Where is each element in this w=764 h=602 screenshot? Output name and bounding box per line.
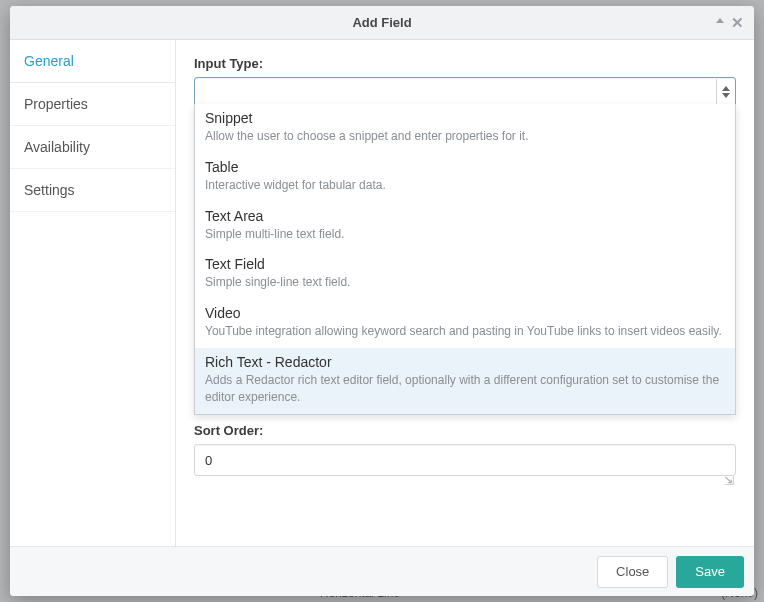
option-desc: Adds a Redactor rich text editor field, … xyxy=(205,372,725,406)
option-rich-text-redactor[interactable]: Rich Text - Redactor Adds a Redactor ric… xyxy=(195,348,735,414)
sidebar-item-label: Settings xyxy=(24,182,75,198)
option-snippet[interactable]: Snippet Allow the user to choose a snipp… xyxy=(195,104,735,153)
collapse-icon[interactable] xyxy=(714,14,726,30)
modal-header: Add Field ✕ xyxy=(10,6,754,40)
option-text-area[interactable]: Text Area Simple multi-line text field. xyxy=(195,202,735,251)
sidebar-item-general[interactable]: General xyxy=(10,40,175,83)
option-title: Snippet xyxy=(205,110,725,126)
modal-body: General Properties Availability Settings… xyxy=(10,40,754,546)
sidebar: General Properties Availability Settings xyxy=(10,40,176,546)
input-type-select[interactable] xyxy=(194,77,736,107)
option-video[interactable]: Video YouTube integration allowing keywo… xyxy=(195,299,735,348)
option-text-field[interactable]: Text Field Simple single-line text field… xyxy=(195,250,735,299)
option-title: Table xyxy=(205,159,725,175)
sort-order-block: Sort Order: xyxy=(194,423,736,476)
option-table[interactable]: Table Interactive widget for tabular dat… xyxy=(195,153,735,202)
option-title: Video xyxy=(205,305,725,321)
save-button[interactable]: Save xyxy=(676,556,744,588)
sort-order-label: Sort Order: xyxy=(194,423,736,438)
input-type-dropdown: Snippet Allow the user to choose a snipp… xyxy=(194,104,736,415)
option-desc: Simple multi-line text field. xyxy=(205,226,725,243)
sort-order-input[interactable] xyxy=(194,444,736,476)
modal-footer: Close Save xyxy=(10,546,754,596)
option-desc: YouTube integration allowing keyword sea… xyxy=(205,323,725,340)
resize-handle-icon: ⇲ xyxy=(724,474,732,488)
sidebar-item-settings[interactable]: Settings xyxy=(10,169,175,212)
option-desc: Interactive widget for tabular data. xyxy=(205,177,725,194)
option-title: Text Area xyxy=(205,208,725,224)
sidebar-item-label: General xyxy=(24,53,74,69)
option-desc: Allow the user to choose a snippet and e… xyxy=(205,128,725,145)
close-icon[interactable]: ✕ xyxy=(731,14,744,32)
input-type-field[interactable] xyxy=(194,77,736,107)
sidebar-item-availability[interactable]: Availability xyxy=(10,126,175,169)
input-type-label: Input Type: xyxy=(194,56,736,71)
modal-title: Add Field xyxy=(352,15,411,30)
content-pane: Input Type: Snippet Allow the user to ch… xyxy=(176,40,754,546)
select-stepper-icon[interactable] xyxy=(716,79,734,105)
option-title: Rich Text - Redactor xyxy=(205,354,725,370)
sidebar-item-properties[interactable]: Properties xyxy=(10,83,175,126)
add-field-modal: Add Field ✕ General Properties Availabil… xyxy=(10,6,754,596)
option-desc: Simple single-line text field. xyxy=(205,274,725,291)
sidebar-item-label: Properties xyxy=(24,96,88,112)
close-button[interactable]: Close xyxy=(597,556,668,588)
sidebar-item-label: Availability xyxy=(24,139,90,155)
option-title: Text Field xyxy=(205,256,725,272)
